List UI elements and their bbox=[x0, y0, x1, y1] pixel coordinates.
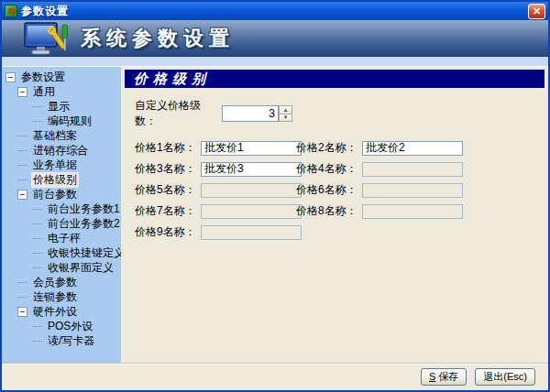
tree-item-label: 前台业务参数2 bbox=[46, 216, 121, 232]
tree-connector bbox=[17, 136, 28, 136]
form-cell: 价格8名称： bbox=[296, 203, 457, 219]
tree-connector bbox=[17, 165, 28, 166]
title-bar: 参数设置 ✕ bbox=[2, 2, 548, 20]
form-cell: 价格2名称： bbox=[296, 140, 457, 156]
tree-item-label: 收银界面定义 bbox=[46, 260, 116, 276]
save-accelerator: S bbox=[429, 371, 435, 382]
tree-connector bbox=[17, 297, 28, 298]
tree-item-label: 参数设置 bbox=[19, 70, 67, 85]
form-row: 价格9名称： bbox=[135, 224, 548, 240]
tree-item-前台业务参数1[interactable]: 前台业务参数1 bbox=[2, 201, 121, 216]
chevron-up-icon: ▲ bbox=[283, 107, 289, 113]
tree-item-会员参数[interactable]: 会员参数 bbox=[2, 275, 121, 289]
price-name-label: 价格5名称： bbox=[135, 182, 201, 198]
price-name-label: 价格9名称： bbox=[135, 224, 201, 240]
collapse-icon[interactable] bbox=[6, 72, 16, 82]
chevron-down-icon: ▼ bbox=[283, 114, 289, 120]
tree-item-硬件外设[interactable]: 硬件外设 bbox=[2, 304, 121, 319]
tree-item-通用[interactable]: 通用 bbox=[2, 84, 121, 99]
price-level-count-stepper: ▲ ▼ bbox=[279, 105, 292, 122]
panel-title: 价格级别 bbox=[134, 71, 211, 88]
tree-item-POS外设[interactable]: POS外设 bbox=[2, 319, 121, 333]
tree-item-编码规则[interactable]: 编码规则 bbox=[2, 114, 121, 128]
tree-item-参数设置[interactable]: 参数设置 bbox=[2, 70, 121, 84]
tree-item-label: 进销存综合 bbox=[31, 143, 90, 158]
price-name-label: 价格6名称： bbox=[296, 182, 362, 198]
form-row: 价格3名称：价格4名称： bbox=[135, 161, 548, 177]
tree-item-业务单据[interactable]: 业务单据 bbox=[2, 158, 121, 172]
price-level-count-label: 自定义价格级数： bbox=[135, 98, 222, 129]
close-icon: ✕ bbox=[533, 5, 541, 16]
tree-item-前台参数[interactable]: 前台参数 bbox=[2, 187, 121, 201]
price-level-count-row: 自定义价格级数： ▲ ▼ bbox=[135, 98, 548, 129]
tree-item-显示[interactable]: 显示 bbox=[2, 99, 121, 114]
page-title: 系统参数设置 bbox=[81, 25, 235, 52]
close-button[interactable]: ✕ bbox=[528, 4, 545, 19]
price-name-input-9 bbox=[201, 225, 302, 240]
price-name-input-4 bbox=[362, 162, 463, 177]
price-level-count-input[interactable] bbox=[222, 105, 279, 122]
tree-connector bbox=[32, 253, 42, 254]
tree-item-label: 业务单据 bbox=[31, 158, 79, 173]
tree-item-进销存综合[interactable]: 进销存综合 bbox=[2, 143, 121, 158]
tree-item-label: 通用 bbox=[31, 84, 57, 100]
price-name-label: 价格3名称： bbox=[135, 161, 201, 177]
tree-item-label: POS外设 bbox=[46, 319, 94, 334]
price-name-label: 价格8名称： bbox=[296, 203, 362, 219]
tree-item-连锁参数[interactable]: 连锁参数 bbox=[2, 289, 121, 304]
tree-item-label: 前台业务参数1 bbox=[46, 201, 121, 217]
collapse-icon[interactable] bbox=[17, 307, 28, 317]
tree-item-前台业务参数2[interactable]: 前台业务参数2 bbox=[2, 216, 121, 231]
save-button[interactable]: S保存 bbox=[421, 368, 467, 386]
tree-connector bbox=[32, 341, 42, 342]
form-cell: 价格3名称： bbox=[135, 161, 296, 177]
price-name-input-1[interactable] bbox=[201, 141, 302, 156]
exit-button[interactable]: 退出(Esc) bbox=[475, 368, 535, 386]
tree-connector bbox=[32, 326, 42, 327]
button-bar: S保存 退出(Esc) bbox=[2, 363, 548, 390]
form-cell: 价格1名称： bbox=[135, 140, 296, 156]
price-name-input-5 bbox=[201, 183, 302, 198]
tree-item-label: 会员参数 bbox=[31, 275, 79, 290]
tree-item-电子秤[interactable]: 电子秤 bbox=[2, 231, 121, 245]
form-row: 价格7名称：价格8名称： bbox=[135, 203, 548, 219]
tree-item-价格级别[interactable]: 价格级别 bbox=[2, 172, 121, 187]
app-icon bbox=[5, 5, 17, 17]
price-name-input-7 bbox=[201, 204, 302, 219]
tree-connector bbox=[32, 209, 42, 210]
form-cell: 价格4名称： bbox=[296, 161, 457, 177]
spinner-down-button[interactable]: ▼ bbox=[279, 114, 292, 123]
form-row: 价格5名称：价格6名称： bbox=[135, 182, 548, 198]
tree-connector bbox=[32, 121, 42, 122]
form-cell: 价格9名称： bbox=[135, 224, 296, 240]
main-panel: 价格级别 自定义价格级数： ▲ ▼ 价格1名称：价格2名称：价格3名称：价格4名… bbox=[121, 67, 548, 363]
spinner-up-button[interactable]: ▲ bbox=[279, 105, 292, 114]
panel-header: 价格级别 bbox=[125, 70, 544, 88]
price-name-input-2[interactable] bbox=[362, 141, 463, 156]
tree-connector bbox=[17, 282, 28, 283]
collapse-icon[interactable] bbox=[17, 190, 28, 200]
tree: 参数设置通用显示编码规则基础档案进销存综合业务单据价格级别前台参数前台业务参数1… bbox=[2, 67, 121, 363]
tree-item-label: 电子秤 bbox=[46, 231, 82, 246]
computer-tools-icon bbox=[24, 21, 70, 56]
tree-item-label: 收银快捷键定义 bbox=[46, 245, 121, 261]
tree-item-label: 读/写卡器 bbox=[46, 333, 96, 349]
tree-connector bbox=[32, 223, 42, 224]
window-title: 参数设置 bbox=[21, 4, 524, 19]
form-cell: 价格5名称： bbox=[135, 182, 296, 198]
tree-item-收银快捷键定义[interactable]: 收银快捷键定义 bbox=[2, 245, 121, 260]
price-name-input-3[interactable] bbox=[201, 162, 302, 177]
exit-label: 退出(Esc) bbox=[483, 371, 527, 382]
tree-item-label: 硬件外设 bbox=[31, 304, 79, 320]
save-label: 保存 bbox=[438, 371, 458, 382]
tree-connector bbox=[17, 150, 28, 151]
collapse-icon[interactable] bbox=[17, 87, 28, 97]
tree-item-基础档案[interactable]: 基础档案 bbox=[2, 128, 121, 143]
tree-item-label: 价格级别 bbox=[31, 172, 79, 188]
tree-item-读/写卡器[interactable]: 读/写卡器 bbox=[2, 333, 121, 348]
tree-item-收银界面定义[interactable]: 收银界面定义 bbox=[2, 260, 121, 275]
parameter-settings-window: 参数设置 ✕ 系统参数设置 参数设置通 bbox=[0, 0, 550, 392]
tree-connector bbox=[32, 238, 42, 239]
price-name-label: 价格7名称： bbox=[135, 203, 201, 219]
price-name-label: 价格1名称： bbox=[135, 140, 201, 156]
